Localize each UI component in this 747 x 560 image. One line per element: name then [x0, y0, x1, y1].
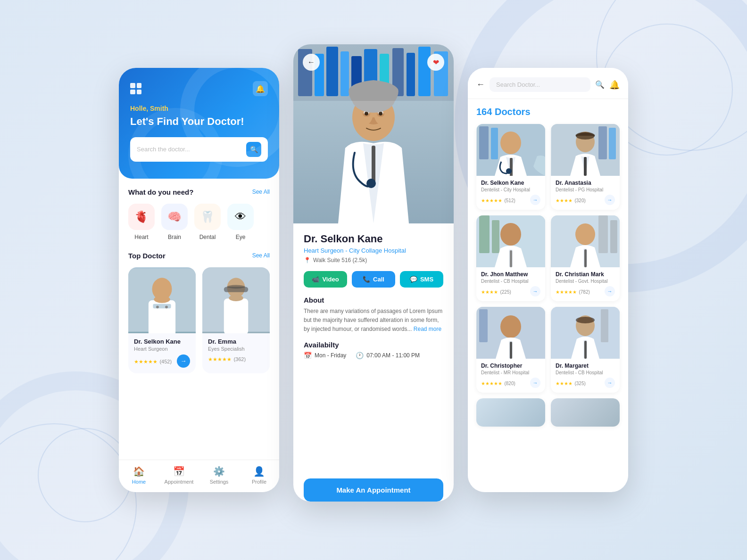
list-doctor-img-2	[551, 124, 620, 176]
header-title: Let's Find Your Doctor!	[130, 115, 268, 129]
doctor-search-input[interactable]: Search Doctor...	[490, 77, 590, 92]
list-bell-icon[interactable]: 🔔	[609, 80, 620, 90]
category-brain[interactable]: 🧠 Brain	[161, 204, 188, 240]
svg-point-12	[227, 285, 245, 288]
notification-bell-icon[interactable]: 🔔	[253, 81, 268, 96]
read-more-link[interactable]: Read more	[414, 326, 441, 332]
svg-rect-43	[598, 126, 607, 159]
nav-profile[interactable]: 👤 Profile	[239, 466, 279, 485]
list-doctor-4[interactable]: Dr. Christian Mark Dentelist - Govt. Hos…	[551, 215, 620, 301]
svg-point-57	[575, 223, 595, 245]
svg-rect-38	[491, 128, 498, 159]
categories-see-all[interactable]: See All	[252, 189, 270, 195]
doctor-info-selkon: Dr. Selkon Kane Heart Surgeon ★★★★★ (452…	[128, 333, 196, 373]
brain-label: Brain	[168, 234, 181, 240]
svg-rect-18	[340, 51, 349, 96]
list-arrow-2[interactable]: →	[605, 195, 615, 205]
profile-nav-label: Profile	[252, 479, 266, 485]
doctor-footer-emma: ★★★★★ (362)	[208, 354, 264, 363]
back-button[interactable]: ←	[303, 54, 320, 71]
doctor-card-selkon[interactable]: Dr. Selkon Kane Heart Surgeon ★★★★★ (452…	[128, 267, 196, 373]
svg-rect-64	[510, 342, 512, 359]
svg-rect-61	[479, 309, 488, 342]
search-button[interactable]: 🔍	[246, 142, 261, 157]
availability-days: 📅 Mon - Friday	[304, 352, 346, 359]
phone-detail: ← ❤ Dr. Selkon Kane Heart Surgeon - City…	[293, 44, 454, 502]
list-doctor-spec-3: Dentelist - CB Hospital	[481, 279, 540, 284]
svg-rect-69	[584, 341, 587, 359]
svg-rect-49	[479, 215, 490, 253]
list-reviews-2: (320)	[574, 198, 585, 203]
favorite-button[interactable]: ❤	[427, 54, 444, 71]
call-button[interactable]: 📞 Call	[352, 271, 395, 288]
grid-icon[interactable]	[130, 83, 141, 94]
availability-title: Availabilty	[304, 341, 443, 349]
top-bar: 🔔	[130, 81, 268, 96]
svg-point-5	[156, 305, 159, 308]
list-reviews-1: (512)	[504, 198, 515, 203]
video-call-button[interactable]: 📹 Video	[304, 271, 347, 288]
make-appointment-button[interactable]: Make An Appointment	[304, 478, 443, 502]
top-doctor-see-all[interactable]: See All	[252, 252, 270, 259]
list-reviews-6: (325)	[574, 381, 585, 386]
list-stars-2: ★★★★	[556, 198, 573, 203]
list-search-icon[interactable]: 🔍	[595, 80, 605, 89]
phones-container: 🔔 Holle, Smith Let's Find Your Doctor! S…	[119, 58, 628, 502]
location-text: Walk Suite 516 (2.5k)	[313, 257, 367, 264]
list-stars-3: ★★★★	[481, 289, 498, 295]
svg-rect-59	[584, 249, 587, 267]
list-arrow-1[interactable]: →	[530, 195, 540, 205]
doctors-grid: Dr. Selkon Kane Dentelist - City Hospita…	[476, 124, 620, 393]
nav-home[interactable]: 🏠 Home	[119, 466, 159, 485]
doctor-stars-emma: ★★★★★	[208, 356, 232, 362]
heart-label: Heart	[134, 234, 148, 240]
brain-icon: 🧠	[161, 204, 188, 230]
nav-settings[interactable]: ⚙️ Settings	[199, 466, 239, 485]
svg-point-70	[576, 317, 595, 323]
doctor-count: 164 Doctors	[476, 107, 620, 117]
home-nav-label: Home	[132, 479, 146, 485]
list-doctor-3[interactable]: Dr. Jhon Matthew Dentelist - CB Hospital…	[476, 215, 545, 301]
call-icon: 📞	[363, 276, 370, 283]
search-bar[interactable]: Search the doctor... 🔍	[130, 137, 268, 162]
list-doctor-name-5: Dr. Christopher	[481, 362, 540, 369]
doctor-detail-specialty: Heart Surgeon - City Collage Hospital	[304, 247, 443, 254]
list-reviews-4: (782)	[579, 289, 589, 295]
list-arrow-4[interactable]: →	[605, 286, 615, 296]
svg-rect-37	[479, 126, 489, 159]
category-eye[interactable]: 👁 Eye	[227, 204, 254, 240]
sms-button[interactable]: 💬 SMS	[400, 271, 443, 288]
list-doctor-info-6: Dr. Margaret Dentelist - CB Hospital ★★★…	[551, 359, 620, 393]
list-body: 164 Doctors	[468, 99, 628, 434]
list-arrow-6[interactable]: →	[605, 378, 615, 388]
nav-appointment[interactable]: 📅 Appointment	[159, 466, 199, 485]
settings-nav-icon: ⚙️	[213, 466, 225, 477]
phone-home: 🔔 Holle, Smith Let's Find Your Doctor! S…	[119, 68, 279, 492]
list-arrow-3[interactable]: →	[530, 286, 540, 296]
list-doctor-footer-3: ★★★★ (225) →	[481, 286, 540, 296]
search-placeholder: Search the doctor...	[137, 146, 190, 153]
doctor-arrow-selkon[interactable]: →	[177, 354, 190, 368]
svg-point-51	[500, 223, 521, 246]
svg-point-34	[379, 112, 382, 115]
list-doctor-6[interactable]: Dr. Margaret Dentelist - CB Hospital ★★★…	[551, 307, 620, 393]
list-doctor-name-3: Dr. Jhon Matthew	[481, 271, 540, 278]
availability-hours-text: 07:00 AM - 11:00 PM	[366, 352, 420, 359]
doctor-card-emma[interactable]: Dr. Emma Eyes Specialish ★★★★★ (362)	[202, 267, 270, 373]
list-doctor-info-2: Dr. Anastasia Dentelist - PG Hospital ★★…	[551, 176, 620, 210]
svg-point-62	[500, 315, 521, 338]
svg-point-28	[366, 179, 376, 188]
category-heart[interactable]: 🫀 Heart	[128, 204, 155, 240]
svg-rect-24	[418, 47, 431, 96]
list-doctor-footer-4: ★★★★★ (782) →	[556, 286, 615, 296]
list-doctor-img-3	[476, 215, 545, 267]
category-dental[interactable]: 🦷 Dental	[194, 204, 221, 240]
list-doctor-footer-1: ★★★★★ (512) →	[481, 195, 540, 205]
list-doctor-5[interactable]: Dr. Christopher Dentelist - MR Hospital …	[476, 307, 545, 393]
list-doctor-footer-5: ★★★★★ (820) →	[481, 378, 540, 388]
list-back-button[interactable]: ←	[476, 80, 485, 90]
availability-hours: 🕐 07:00 AM - 11:00 PM	[356, 352, 420, 359]
list-doctor-1[interactable]: Dr. Selkon Kane Dentelist - City Hospita…	[476, 124, 545, 210]
list-doctor-2[interactable]: Dr. Anastasia Dentelist - PG Hospital ★★…	[551, 124, 620, 210]
list-arrow-5[interactable]: →	[530, 378, 540, 388]
